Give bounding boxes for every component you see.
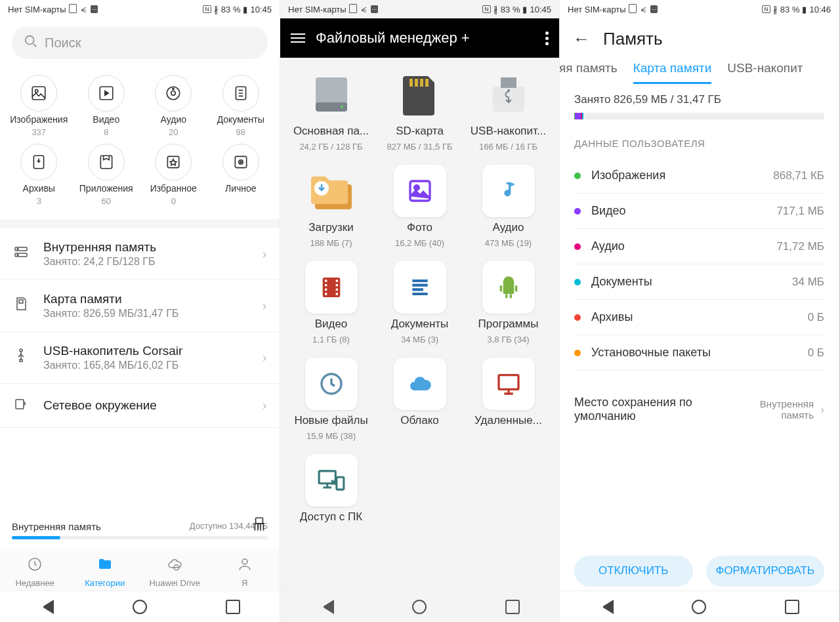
home-key[interactable] (412, 600, 427, 614)
category-5[interactable]: Приложения 60 (73, 144, 140, 206)
item-label: SD-карта (396, 125, 444, 138)
usb-icon (482, 68, 535, 121)
svg-rect-40 (325, 280, 327, 281)
storage-title: Сетевое окружение (43, 398, 251, 413)
category-icon (155, 144, 192, 180)
clock-icon (305, 358, 358, 410)
format-button[interactable]: ФОРМАТИРОВАТЬ (706, 556, 825, 587)
fm-item-usb[interactable]: USB-накопит... 166 МБ / 16 ГБ (469, 68, 547, 152)
usage-row-0[interactable]: Изображения 868,71 КБ (574, 158, 824, 194)
svg-point-19 (20, 349, 22, 352)
item-label: Загрузки (308, 221, 353, 234)
clock: 10:45 (250, 5, 272, 14)
overflow-icon[interactable] (545, 31, 549, 45)
usage-row-2[interactable]: Аудио 71,72 МБ (574, 229, 824, 264)
fm-item-app[interactable]: Программы 3,8 ГБ (34) (469, 261, 547, 344)
usage-row-3[interactable]: Документы 34 МБ (574, 264, 824, 300)
recent-key[interactable] (226, 600, 240, 614)
fm-item-cloud[interactable]: Облако (381, 358, 459, 441)
wifi-icon: ⪪ (79, 5, 88, 14)
default-storage-row[interactable]: Место сохранения по умолчанию Внутренняя… (574, 380, 824, 428)
usage-row-5[interactable]: Установочные пакеты 0 Б (574, 335, 824, 371)
fm-item-video[interactable]: Видео 1,1 ГБ (8) (292, 261, 370, 344)
category-6[interactable]: Избранное 0 (140, 144, 207, 206)
category-icon (88, 75, 125, 112)
nav-drive[interactable]: Huawei Drive (140, 556, 210, 588)
tab-internal[interactable]: нняя память (560, 61, 618, 84)
usage-name: Аудио (591, 239, 766, 253)
sim-icon (69, 4, 77, 15)
back-key[interactable] (39, 600, 54, 614)
fm-item-photo[interactable]: Фото 16,2 МБ (40) (381, 165, 459, 248)
storage-progress[interactable]: Внутренняя память Доступно 134,44 ГБ (0, 514, 280, 539)
svg-point-25 (242, 559, 247, 564)
search-input[interactable]: Поиск (12, 26, 268, 59)
storage-item-0[interactable]: Внутренняя память Занято: 24,2 ГБ/128 ГБ… (0, 228, 280, 280)
svg-rect-31 (420, 79, 423, 87)
usage-row-4[interactable]: Архивы 0 Б (574, 300, 824, 335)
soft-keys (0, 591, 280, 622)
categories-grid: Изображения 337 Видео 8 Аудио 20 Докумен… (0, 64, 280, 219)
item-sub: 3,8 ГБ (34) (488, 335, 530, 344)
clock-icon (27, 556, 43, 576)
fm-item-pc[interactable]: Доступ с ПК (292, 454, 370, 524)
storage-item-1[interactable]: Карта памяти Занято: 826,59 МБ/31,47 ГБ … (0, 280, 280, 332)
category-label: Приложения (79, 183, 133, 194)
item-sub: 15,9 МБ (38) (306, 431, 356, 441)
svg-point-5 (171, 91, 176, 96)
category-count: 60 (102, 196, 111, 206)
fm-item-remote[interactable]: Удаленные... (469, 358, 547, 441)
search-placeholder: Поиск (45, 35, 81, 51)
category-icon (20, 144, 57, 180)
recent-key[interactable] (505, 600, 520, 614)
category-4[interactable]: Архивы 3 (5, 144, 73, 206)
battery-pct: 83 % (501, 5, 520, 14)
clock: 10:45 (530, 5, 551, 14)
home-key[interactable] (133, 600, 147, 614)
app-icon (482, 261, 535, 314)
back-icon[interactable]: ← (573, 29, 590, 49)
audio-icon (482, 165, 535, 217)
fm-item-audio[interactable]: Аудио 473 МБ (19) (469, 165, 547, 248)
category-3[interactable]: Документы 98 (207, 75, 275, 137)
item-sub: 473 МБ (19) (485, 238, 532, 248)
unmount-button[interactable]: ОТКЛЮЧИТЬ (574, 556, 693, 587)
menu-icon[interactable] (291, 33, 305, 43)
category-label: Аудио (161, 114, 187, 125)
back-key[interactable] (320, 600, 334, 614)
usage-name: Установочные пакеты (591, 346, 797, 360)
storage-item-3[interactable]: Сетевое окружение › (0, 384, 280, 428)
fm-item-clock[interactable]: Новые файлы 15,9 МБ (38) (292, 358, 370, 441)
home-key[interactable] (692, 600, 706, 614)
item-label: Удаленные... (474, 414, 542, 427)
usage-name: Документы (591, 275, 782, 289)
fm-item-hdd[interactable]: Основная па... 24,2 ГБ / 128 ГБ (292, 68, 370, 152)
back-key[interactable] (599, 600, 614, 614)
cleanup-icon[interactable] (251, 516, 268, 537)
bluetooth-icon: ∦ (214, 5, 219, 14)
storage-item-2[interactable]: USB-накопитель Corsair Занято: 165,84 МБ… (0, 332, 280, 384)
tab-sdcard[interactable]: Карта памяти (633, 61, 712, 84)
nav-recent[interactable]: Недавнее (0, 556, 70, 588)
category-label: Архивы (23, 183, 55, 194)
category-2[interactable]: Аудио 20 (140, 75, 207, 137)
item-label: Фото (407, 221, 432, 234)
usage-row-1[interactable]: Видео 717,1 МБ (574, 194, 824, 229)
nav-me[interactable]: Я (210, 556, 280, 588)
category-7[interactable]: Личное (207, 144, 275, 206)
fm-item-download[interactable]: Загрузки 188 МБ (7) (292, 165, 370, 248)
category-1[interactable]: Видео 8 (73, 75, 140, 137)
fm-item-sd[interactable]: SD-карта 827 МБ / 31,5 ГБ (381, 68, 459, 152)
nav-categories[interactable]: Категории (70, 556, 140, 588)
item-label: Программы (478, 318, 539, 331)
nfc-icon: N (203, 5, 211, 13)
recent-key[interactable] (785, 600, 799, 614)
category-icon (222, 144, 259, 180)
category-0[interactable]: Изображения 337 (5, 75, 73, 137)
tab-usb[interactable]: USB-накопит (727, 61, 803, 84)
fm-item-doc[interactable]: Документы 34 МБ (3) (381, 261, 459, 344)
svg-point-17 (17, 255, 18, 256)
photo-icon (394, 165, 446, 217)
svg-rect-54 (509, 294, 511, 299)
color-dot (574, 350, 581, 356)
